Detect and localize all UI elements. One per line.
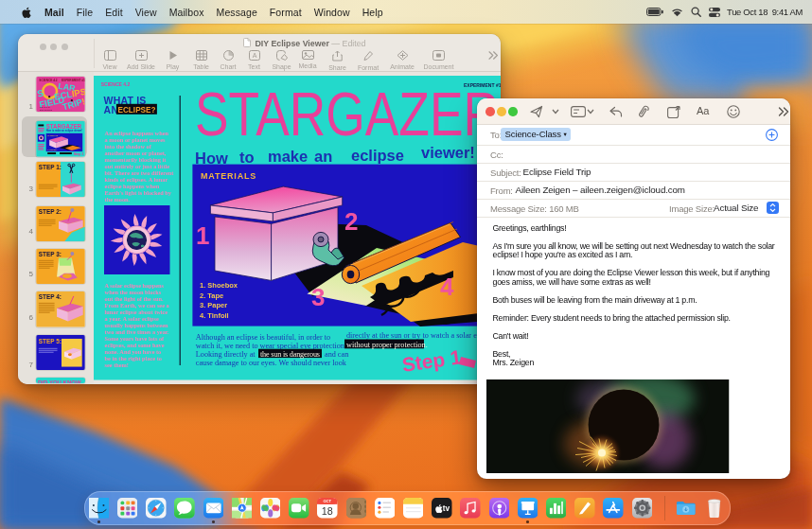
svg-text:Although an eclipse is beautif: Although an eclipse is beautiful, in ord…	[196, 333, 330, 342]
svg-text:and can: and can	[325, 350, 348, 359]
svg-text:OCT: OCT	[324, 499, 332, 503]
svg-text:STARGAZER: STARGAZER	[46, 123, 82, 130]
svg-text:18: 18	[322, 505, 333, 517]
svg-text:How to make an eclipse viewer!: How to make an eclipse viewer!	[46, 129, 82, 132]
svg-text:the sun is dangerous: the sun is dangerous	[260, 350, 320, 359]
svg-text:2: 2	[344, 207, 358, 236]
svg-text:SCIENCE 4.2: SCIENCE 4.2	[101, 81, 131, 87]
svg-text:3: 3	[311, 283, 325, 311]
svg-text:SCIENCE 4.2: SCIENCE 4.2	[39, 79, 57, 82]
svg-text:1. Shoebox: 1. Shoebox	[200, 281, 238, 290]
svg-text:directly at the sun or try to: directly at the sun or try to watch a so…	[346, 331, 488, 340]
svg-text:MATERIALS: MATERIALS	[201, 171, 256, 181]
svg-text:Looking directly at: Looking directly at	[196, 350, 256, 359]
svg-text:Step 1: Step 1	[74, 152, 83, 156]
svg-text:AN: AN	[104, 104, 119, 115]
svg-text:An eclipse happens when: An eclipse happens when a moon or planet…	[105, 130, 175, 203]
svg-text:4. Tinfoil: 4. Tinfoil	[200, 311, 229, 320]
svg-text:4: 4	[440, 273, 454, 301]
svg-text:A solar eclipse happens: A solar eclipse happens when the moon bl…	[105, 282, 171, 368]
svg-text:tv: tv	[443, 503, 450, 513]
svg-text:cause damage to our eyes. We s: cause damage to our eyes. We should neve…	[196, 359, 347, 367]
svg-text:ECLIPSE?: ECLIPSE?	[118, 104, 156, 115]
svg-text:MATERIALS: MATERIALS	[47, 134, 59, 136]
svg-text:STARGAZER: STARGAZER	[195, 80, 500, 149]
svg-text:watch it, we need to wear spec: watch it, we need to wear special eye pr…	[196, 342, 346, 350]
svg-text:1: 1	[196, 221, 209, 250]
svg-text:STEP 2:: STEP 2:	[39, 207, 62, 214]
svg-text:STEP 5:: STEP 5:	[39, 337, 62, 344]
svg-text:2. Tape: 2. Tape	[200, 291, 223, 300]
svg-text:STEP 4:: STEP 4:	[39, 293, 62, 300]
svg-text:A: A	[252, 52, 256, 59]
svg-text:STEP 1:: STEP 1:	[39, 163, 62, 169]
svg-text:Zina Zeiweig: Zina Zeiweig	[40, 108, 53, 111]
svg-text:without proper protection.: without proper protection.	[346, 341, 428, 349]
svg-text:1. Shoebox: 1. Shoebox	[47, 149, 57, 150]
svg-text:STEP 3:: STEP 3:	[39, 250, 62, 256]
svg-text:DID YOU KNOW: DID YOU KNOW	[38, 379, 81, 384]
svg-text:3. Paper: 3. Paper	[200, 301, 227, 309]
